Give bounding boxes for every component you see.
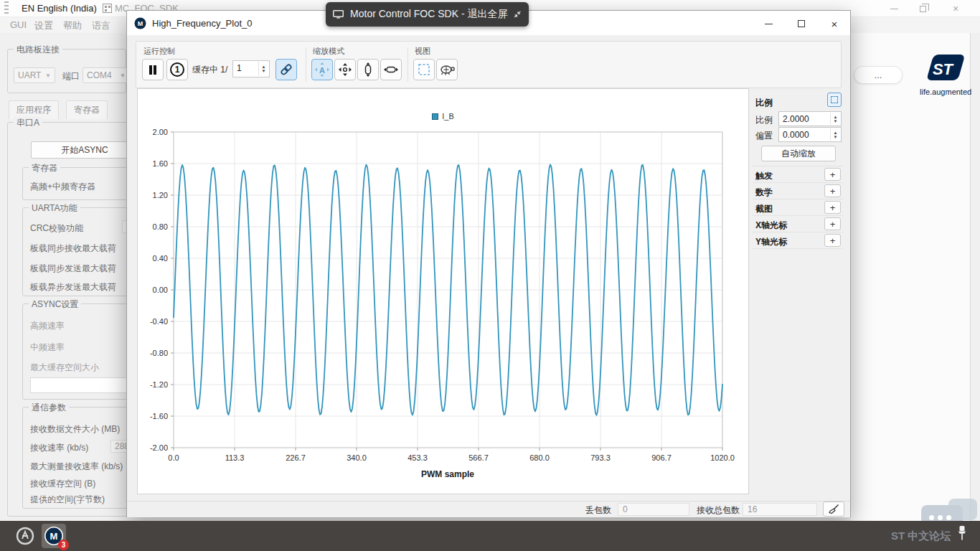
registers-value: 高频+中频寄存器 [30,181,95,193]
vertical-zoom-button[interactable] [357,59,379,80]
legend-swatch [432,113,438,120]
pause-button[interactable] [142,59,164,80]
y-cursor-expand-button[interactable]: + [824,234,841,247]
menu-language[interactable]: 语言 [92,19,110,32]
y-cursor-section-label: Y轴光标 [755,236,787,248]
trigger-expand-button[interactable]: + [824,168,841,181]
offset-spinner-arrows[interactable]: ▲▼ [830,128,840,141]
math-section-label: 数学 [755,187,773,199]
svg-text:ST: ST [933,60,954,78]
plot-toolbar: 运行控制 1 缓存中 1/ 1 ▲▼ 缩放模式 A [136,41,842,88]
horizontal-zoom-button[interactable] [380,59,402,80]
slow-view-button[interactable] [436,59,458,80]
buffer-size-input[interactable] [30,377,138,393]
sync-tx-label: 板载同步发送最大载荷 [30,263,116,275]
forum-watermark-text: ST 中文论坛 [891,529,951,543]
trigger-section-label: 触发 [755,170,773,182]
start-async-button[interactable]: 开始ASYNC [31,141,138,159]
menu-help[interactable]: 帮助 [63,19,82,32]
port-label: 端口 [62,70,80,83]
taskbar: M 3 ST 中文论坛 [0,521,980,551]
total-packets-label: 接收总包数 [697,504,740,517]
svg-text:2.00: 2.00 [153,128,168,136]
monitor-icon [333,9,344,21]
pushpin-icon [956,525,968,542]
link-plots-button[interactable] [275,59,297,80]
snapshot-section-label: 截图 [755,203,773,215]
svg-text:113.3: 113.3 [225,453,245,462]
turtle-icon [439,64,455,75]
x-cursor-expand-button[interactable]: + [824,217,841,230]
buffer-count-spinner[interactable]: 1 ▲▼ [232,60,270,77]
plot-maximize-button[interactable] [786,14,817,33]
autoscale-button[interactable]: 自动缩放 [761,146,836,161]
math-expand-button[interactable]: + [824,184,841,197]
pan-zoom-button[interactable] [334,59,356,80]
language-indicator[interactable]: EN English (India) [22,3,97,14]
trigger-section: 触发 + [753,166,843,182]
section-end-divider [753,248,843,249]
crc-label: CRC校验功能 [30,222,83,235]
svg-text:680.0: 680.0 [529,453,550,462]
legend-series-label: I_B [442,112,454,121]
autofit-zoom-button[interactable]: A [311,59,333,80]
snapshot-expand-button[interactable]: + [824,201,841,214]
uart-select[interactable]: UART▼ [14,67,55,83]
total-packets-value: 16 [743,503,817,516]
svg-text:-1.20: -1.20 [150,380,168,389]
waveform-chart[interactable]: 2.001.601.200.800.400.00-0.40-0.80-1.20-… [138,89,750,495]
offset-value: 0.0000 [783,130,809,140]
tab-registers[interactable]: 寄存器 [66,100,108,119]
svg-text:226.7: 226.7 [286,453,306,462]
scale-section-label: 比例 [755,97,773,109]
single-acquisition-button[interactable]: 1 [166,59,188,80]
toolbar-separator-2 [407,47,408,82]
more-options-button[interactable]: ... [854,66,903,84]
com-port-select[interactable]: COM4▼ [83,67,130,83]
buffer-count-value: 1 [237,63,242,73]
sync-rx-label: 板载同步接收最大载荷 [30,242,116,255]
language-bar-grip[interactable] [4,1,9,16]
clear-button[interactable] [823,501,844,517]
buffer-progress-label: 缓存中 1/ [192,64,227,76]
offset-spinner[interactable]: 0.0000 ▲▼ [778,127,842,142]
svg-text:0.0: 0.0 [168,453,179,462]
plot-status-bar: 丢包数 0 接收总包数 16 [127,501,850,517]
main-restore-button[interactable] [908,0,937,17]
menu-gui[interactable]: GUI [10,19,27,30]
selection-view-button[interactable] [413,59,435,80]
keyboard-layout-icon[interactable] [103,4,112,13]
lost-packets-label: 丢包数 [585,504,611,517]
taskbar-app1-button[interactable] [13,524,37,548]
st-tagline: life.augmented [920,88,966,96]
plot-side-panel: 比例 比例 2.0000 ▲▼ 偏置 0.0000 ▲▼ 自动缩放 触发 + 数… [753,85,843,494]
svg-text:793.3: 793.3 [590,453,611,462]
scale-spinner[interactable]: 2.0000 ▲▼ [778,111,842,126]
async-settings-legend: ASYNC设置 [29,298,81,311]
x-axis-title: PWM sample [421,469,474,479]
plot-minimize-button[interactable] [753,14,784,33]
scale-focus-button[interactable] [827,93,842,107]
scale-spinner-arrows[interactable]: ▲▼ [830,113,840,125]
motor-pilot-icon: M [134,17,146,29]
toolbar-separator-1 [306,47,306,82]
buffer-spinner-arrows[interactable]: ▲▼ [258,62,268,76]
main-close-button[interactable]: × [941,0,970,17]
taskbar-motor-pilot-button[interactable]: M 3 [42,524,66,548]
svg-text:1.20: 1.20 [153,191,168,199]
y-cursor-section: Y轴光标 + [753,232,843,248]
exit-fullscreen-icon[interactable] [514,9,522,19]
board-connection-legend: 电路板连接 [14,44,62,56]
pin-button[interactable] [956,525,968,545]
svg-text:453.3: 453.3 [407,453,428,462]
serial-a-group: 串口A 开始ASYNC 寄存器 高频+中频寄存器 UARTA功能 CRC校验功能… [7,122,128,517]
plot-close-button[interactable]: × [819,14,850,33]
svg-text:566.7: 566.7 [468,453,489,462]
svg-text:1020.0: 1020.0 [710,453,735,462]
horizontal-zoom-icon [384,62,398,77]
main-minimize-button[interactable] [880,0,908,17]
menu-settings[interactable]: 设置 [34,19,53,32]
vertical-zoom-icon [361,62,375,77]
svg-text:340.0: 340.0 [347,453,367,462]
lost-packets-value: 0 [618,503,689,516]
